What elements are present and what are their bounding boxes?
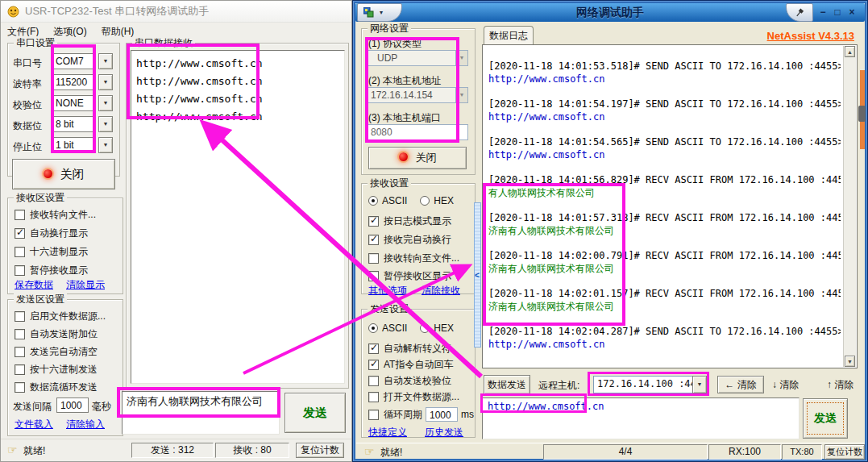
parity-select[interactable]: NONE (52, 95, 95, 111)
checkbox[interactable] (15, 247, 25, 257)
clear-down-button[interactable]: ↓ 清除 (772, 378, 799, 392)
serial-send-button[interactable]: 发送 (284, 393, 346, 433)
protocol-type-select[interactable]: UDP (367, 50, 457, 66)
radio-ascii[interactable] (368, 196, 378, 206)
checkbox-row[interactable]: 自动发送附加位 (15, 327, 98, 341)
clear-display-link[interactable]: 清除显示 (66, 278, 105, 292)
checkbox[interactable] (15, 228, 25, 239)
network-close-button[interactable]: 关闭 (368, 147, 467, 169)
menu-options[interactable]: 选项(O) (53, 25, 86, 39)
radio-hex[interactable] (420, 323, 430, 333)
checkbox-row[interactable]: 接收完自动换行 (368, 233, 451, 247)
checkbox[interactable] (15, 347, 25, 357)
log-entry-body: http://www.cmsoft.cn (488, 73, 841, 85)
other-options-link[interactable]: 其他选项 (368, 284, 407, 298)
menu-help[interactable]: 帮助(H) (102, 25, 135, 39)
checkbox-row[interactable]: 按十六进制发送 (15, 363, 98, 377)
right-titlebar[interactable]: 网络调试助手 ▾ − □ × (355, 3, 865, 22)
serial-receive-display[interactable]: http://www.cmsoft.cnhttp://www.cmsoft.cn… (131, 50, 345, 384)
checkbox[interactable] (368, 343, 379, 354)
checkbox[interactable] (368, 392, 379, 402)
checkbox-row[interactable]: 十六进制显示 (15, 245, 88, 259)
baud-rate-dropdown-icon[interactable]: ▼ (98, 74, 113, 90)
cycle-period-row[interactable]: 循环周期 1000 ms (368, 407, 474, 422)
checkbox[interactable] (368, 410, 379, 420)
checkbox-row[interactable]: 接收转向文件... (15, 208, 96, 222)
minimize-icon[interactable]: − (816, 6, 829, 19)
network-send-button[interactable]: 发送 (803, 398, 848, 439)
stop-bits-dropdown-icon[interactable]: ▼ (98, 137, 113, 153)
com-port-dropdown-icon[interactable]: ▼ (98, 53, 113, 69)
checkbox[interactable] (15, 364, 25, 375)
scroll-down-icon[interactable]: ▼ (845, 356, 855, 367)
com-port-select[interactable]: COM7 (52, 53, 95, 69)
history-send-link[interactable]: 历史发送 (425, 426, 463, 439)
local-host-dropdown-icon[interactable]: ▼ (455, 87, 468, 103)
checkbox[interactable] (368, 235, 379, 245)
netassist-version-link[interactable]: NetAssist V4.3.13 (767, 30, 854, 42)
clear-input-link[interactable]: 清除输入 (66, 418, 105, 431)
system-menu-arrow-icon: ▾ (380, 9, 383, 16)
checkbox-row[interactable]: 暂停接收区显示 (368, 269, 451, 283)
baud-rate-label: 波特率 (13, 77, 52, 91)
quick-define-link[interactable]: 快捷定义 (368, 426, 407, 439)
protocol-dropdown-icon[interactable]: ▼ (455, 50, 468, 66)
reset-counter-button[interactable]: 复位计数 (824, 444, 865, 460)
remote-host-select[interactable]: 172.16.14.100 :4455 (593, 376, 693, 393)
checkbox-row[interactable]: 按日志模式显示 (368, 214, 451, 228)
cycle-period-input[interactable]: 1000 (426, 407, 458, 422)
hand-icon: ☞ (7, 444, 18, 456)
data-bits-dropdown-icon[interactable]: ▼ (98, 116, 113, 132)
checkbox[interactable] (368, 253, 379, 264)
checkbox[interactable] (15, 265, 25, 276)
serial-send-input[interactable]: 济南有人物联网技术有限公司 (122, 391, 280, 435)
edge-handle[interactable] (858, 106, 866, 122)
local-host-select[interactable]: 172.16.14.154 (367, 87, 457, 103)
checkbox-row[interactable]: 发送完自动清空 (15, 345, 98, 359)
checkbox-row[interactable]: AT指令自动回车 (368, 358, 453, 372)
checkbox[interactable] (15, 311, 25, 322)
checkbox[interactable] (15, 329, 25, 339)
checkbox[interactable] (368, 360, 379, 370)
checkbox[interactable] (368, 216, 379, 227)
checkbox[interactable] (368, 376, 379, 386)
clear-up-button[interactable]: ↑ 清除 (827, 378, 853, 392)
maximize-icon[interactable]: □ (831, 6, 844, 19)
baud-rate-select[interactable]: 115200 (52, 74, 95, 90)
log-scrollbar[interactable]: ▲ ▼ (843, 46, 856, 367)
checkbox-row[interactable]: 接收转向至文件... (368, 252, 459, 265)
checkbox-row[interactable]: 数据流循环发送 (15, 381, 98, 394)
panel-splitter[interactable]: < (474, 202, 481, 348)
data-log-display[interactable]: [2020-11-18 14:01:53.518]# SEND ASCII TO… (482, 44, 858, 368)
clear-receive-link[interactable]: 清除接收 (422, 284, 460, 298)
checkbox-row[interactable]: 启用文件数据源... (15, 310, 106, 323)
checkbox-row[interactable]: 自动发送校验位 (368, 374, 451, 388)
parity-dropdown-icon[interactable]: ▼ (98, 95, 113, 111)
tab-data-log[interactable]: 数据日志 (484, 26, 534, 45)
data-bits-select[interactable]: 8 bit (52, 116, 95, 132)
radio-hex[interactable] (420, 196, 430, 206)
network-send-input[interactable]: http://www.cmsoft.cn (482, 397, 799, 439)
save-data-link[interactable]: 保存数据 (15, 278, 53, 292)
checkbox[interactable] (15, 382, 25, 393)
clear-send-button[interactable]: ← 清除 (717, 376, 764, 393)
checkbox[interactable] (15, 210, 25, 220)
tab-data-send[interactable]: 数据发送 (484, 375, 530, 394)
load-file-link[interactable]: 文件载入 (15, 418, 53, 431)
left-titlebar[interactable]: USR-TCP232-Test 串口转网络调试助手 (1, 1, 351, 23)
scroll-up-icon[interactable]: ▲ (845, 46, 855, 57)
remote-host-dropdown-icon[interactable]: ▼ (692, 376, 707, 393)
checkbox[interactable] (368, 271, 379, 281)
serial-close-button[interactable]: 关闭 (12, 159, 115, 189)
stop-bits-select[interactable]: 1 bit (52, 137, 95, 153)
local-port-input[interactable]: 8080 (367, 124, 468, 140)
send-interval-input[interactable]: 1000 (56, 397, 89, 413)
checkbox-row[interactable]: 自动换行显示 (15, 227, 88, 240)
checkbox-row[interactable]: 自动解析转义符 (368, 342, 451, 356)
system-menu-tab[interactable]: ▾ (357, 3, 402, 22)
radio-ascii[interactable] (368, 323, 378, 333)
close-icon[interactable]: × (845, 6, 858, 19)
reset-counter-button[interactable]: 复位计数 (296, 443, 344, 458)
checkbox-row[interactable]: 暂停接收显示 (15, 264, 88, 277)
checkbox-row[interactable]: 打开文件数据源... (368, 390, 459, 404)
